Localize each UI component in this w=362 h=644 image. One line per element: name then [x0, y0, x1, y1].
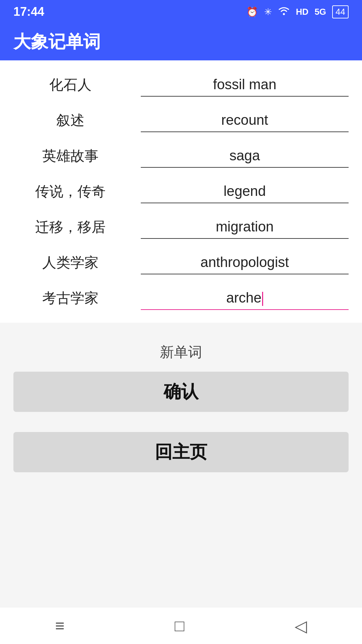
text-cursor	[262, 292, 263, 306]
english-wrapper-6[interactable]: arche	[141, 286, 349, 310]
english-value-3: legend	[141, 180, 349, 203]
english-value-4: migration	[141, 215, 349, 238]
english-value-0: fossil man	[141, 73, 349, 96]
menu-icon[interactable]: ≡	[55, 616, 64, 635]
english-wrapper-3: legend	[141, 180, 349, 203]
app-title: 大象记单词	[13, 30, 101, 54]
word-row: 叙述 recount	[13, 103, 349, 138]
confirm-button[interactable]: 确认	[13, 372, 349, 412]
english-wrapper-5: anthropologist	[141, 251, 349, 274]
word-row: 传说，传奇 legend	[13, 174, 349, 209]
status-bar: 17:44 ⏰ ✳ HD 5G 44	[0, 0, 362, 23]
status-time: 17:44	[13, 5, 44, 19]
hd-icon: HD	[296, 7, 309, 17]
english-value-5: anthropologist	[141, 251, 349, 274]
english-wrapper-0: fossil man	[141, 73, 349, 97]
word-row: 英雄故事 saga	[13, 138, 349, 174]
bottom-nav: ≡ □ ◁	[0, 607, 362, 644]
bluetooth-icon: ✳	[264, 6, 272, 17]
chinese-label-6: 考古学家	[13, 289, 127, 308]
wifi-icon	[278, 6, 290, 18]
english-value-2: saga	[141, 144, 349, 167]
home-button[interactable]: 回主页	[13, 432, 349, 472]
battery-icon: 44	[332, 5, 349, 18]
chinese-label-0: 化石人	[13, 75, 127, 94]
home-nav-icon[interactable]: □	[175, 616, 184, 635]
main-content: 化石人 fossil man 叙述 recount 英雄故事 saga 传说，传…	[0, 60, 362, 323]
word-row: 人类学家 anthropologist	[13, 245, 349, 280]
svg-point-0	[283, 13, 285, 15]
word-row: 迁移，移居 migration	[13, 209, 349, 245]
chinese-label-5: 人类学家	[13, 253, 127, 272]
chinese-label-2: 英雄故事	[13, 147, 127, 165]
english-value-6: arche	[141, 286, 349, 309]
chinese-label-1: 叙述	[13, 111, 127, 130]
new-word-section: 新单词 确认 回主页	[0, 323, 362, 479]
chinese-label-3: 传说，传奇	[13, 182, 127, 201]
word-row: 化石人 fossil man	[13, 67, 349, 103]
english-wrapper-4: migration	[141, 215, 349, 239]
chinese-label-4: 迁移，移居	[13, 218, 127, 236]
english-wrapper-2: saga	[141, 144, 349, 168]
app-header: 大象记单词	[0, 23, 362, 60]
new-word-label: 新单词	[13, 343, 349, 362]
status-icons: ⏰ ✳ HD 5G 44	[246, 5, 349, 18]
english-value-1: recount	[141, 109, 349, 131]
english-wrapper-1: recount	[141, 109, 349, 132]
alarm-icon: ⏰	[246, 6, 258, 17]
word-row-active: 考古学家 arche	[13, 280, 349, 316]
signal-icon: 5G	[314, 7, 326, 17]
back-icon[interactable]: ◁	[295, 616, 307, 635]
